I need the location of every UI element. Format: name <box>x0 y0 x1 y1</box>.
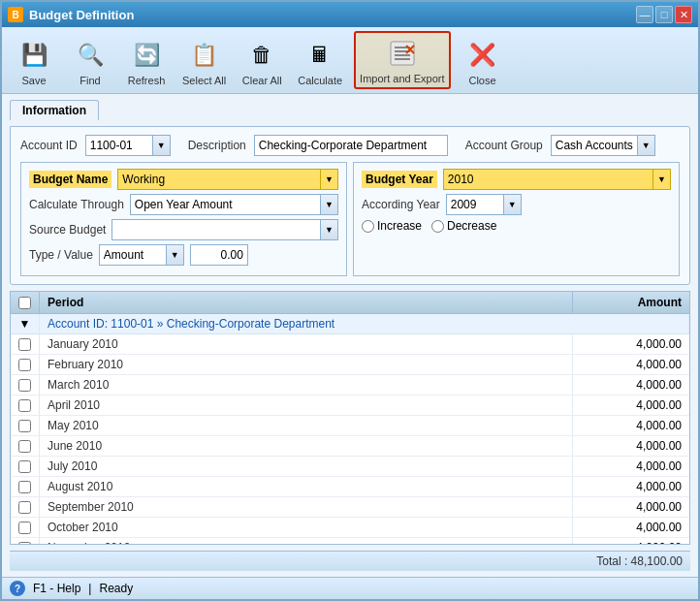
clear-all-label: Clear All <box>242 75 282 86</box>
row-checkbox-cell[interactable] <box>11 375 40 395</box>
budget-name-input[interactable] <box>117 169 321 190</box>
source-budget-input[interactable] <box>111 219 321 240</box>
row-period-cell: July 2010 <box>40 457 573 476</box>
calc-through-input[interactable] <box>130 194 321 215</box>
refresh-label: Refresh <box>128 75 166 86</box>
account-row: Account ID ▼ Description Account Group ▼ <box>20 135 680 156</box>
budget-year-input[interactable] <box>443 169 653 190</box>
row-amount-cell: 4,000.00 <box>573 518 689 537</box>
group-expand-cell[interactable]: ▼ <box>11 314 40 333</box>
row-checkbox[interactable] <box>18 359 31 371</box>
account-id-input[interactable] <box>85 135 153 156</box>
calculate-button[interactable]: 🖩 Calculate <box>294 35 346 89</box>
increase-label: Increase <box>377 219 422 233</box>
type-field[interactable]: ▼ <box>99 244 184 266</box>
import-export-button[interactable]: Import and Export <box>354 31 450 89</box>
according-year-dropdown[interactable]: ▼ <box>504 194 522 215</box>
row-checkbox-cell[interactable] <box>11 436 40 456</box>
tab-bar: Information <box>10 100 690 120</box>
save-label: Save <box>21 75 46 86</box>
row-checkbox-cell[interactable] <box>11 538 40 544</box>
budget-year-dropdown[interactable]: ▼ <box>653 169 671 190</box>
row-checkbox-cell[interactable] <box>11 395 40 415</box>
clear-all-button[interactable]: 🗑 Clear All <box>238 35 286 89</box>
row-amount-cell: 4,000.00 <box>573 497 689 517</box>
row-checkbox[interactable] <box>18 460 31 473</box>
table-header: Period Amount <box>11 292 689 314</box>
row-checkbox[interactable] <box>18 379 31 392</box>
budget-name-label: Budget Name <box>29 171 111 188</box>
select-all-button[interactable]: 📋 Select All <box>178 35 230 89</box>
value-input[interactable] <box>190 244 248 266</box>
source-budget-dropdown[interactable]: ▼ <box>321 219 338 240</box>
close-button[interactable]: ❌ Close <box>459 35 507 89</box>
row-checkbox-cell[interactable] <box>11 477 40 496</box>
calc-through-dropdown[interactable]: ▼ <box>321 194 338 215</box>
table-body: ▼ Account ID: 1100-01 » Checking-Corpora… <box>11 314 689 544</box>
type-dropdown[interactable]: ▼ <box>167 244 184 266</box>
row-period-cell: February 2010 <box>40 355 573 374</box>
row-checkbox[interactable] <box>18 420 31 432</box>
according-year-row: According Year ▼ <box>362 194 671 215</box>
row-checkbox-cell[interactable] <box>11 355 40 374</box>
budget-grid: Budget Name ▼ Calculate Through ▼ <box>20 162 680 276</box>
table-row: May 2010 4,000.00 <box>11 416 689 436</box>
account-id-label: Account ID <box>20 139 78 152</box>
save-icon: 💾 <box>16 38 51 73</box>
row-checkbox-cell[interactable] <box>11 334 40 354</box>
row-checkbox[interactable] <box>18 481 31 493</box>
import-export-label: Import and Export <box>360 73 444 84</box>
increase-radio[interactable]: Increase <box>362 219 422 233</box>
select-all-label: Select All <box>182 75 226 86</box>
save-button[interactable]: 💾 Save <box>10 35 58 89</box>
collapse-icon: ▼ <box>19 317 31 331</box>
account-group-field[interactable]: ▼ <box>551 135 655 156</box>
maximize-button[interactable]: □ <box>655 6 673 23</box>
row-checkbox[interactable] <box>18 501 31 514</box>
row-checkbox-cell[interactable] <box>11 416 40 435</box>
decrease-radio[interactable]: Decrease <box>431 219 496 233</box>
tab-information[interactable]: Information <box>10 100 99 120</box>
select-all-checkbox[interactable] <box>18 297 31 309</box>
budget-table: Period Amount ▼ Account ID: 1100-01 » Ch… <box>10 291 690 545</box>
account-id-field[interactable]: ▼ <box>85 135 171 156</box>
budget-name-field[interactable]: ▼ <box>117 169 338 190</box>
refresh-button[interactable]: 🔄 Refresh <box>122 35 171 89</box>
row-amount-cell: 4,000.00 <box>573 334 689 354</box>
type-input[interactable] <box>99 244 167 266</box>
find-button[interactable]: 🔍 Find <box>66 35 114 89</box>
decrease-label: Decrease <box>447 219 496 233</box>
total-bar: Total : 48,100.00 <box>10 551 690 571</box>
account-id-dropdown[interactable]: ▼ <box>153 135 171 156</box>
according-year-input[interactable] <box>446 194 504 215</box>
row-checkbox-cell[interactable] <box>11 457 40 476</box>
source-budget-row: Source Budget ▼ <box>29 219 338 240</box>
calc-through-field[interactable]: ▼ <box>130 194 338 215</box>
description-input[interactable] <box>254 135 448 156</box>
row-checkbox[interactable] <box>18 522 31 534</box>
budget-name-dropdown[interactable]: ▼ <box>321 169 338 190</box>
row-checkbox-cell[interactable] <box>11 497 40 517</box>
table-rows-container: January 2010 4,000.00 February 2010 4,00… <box>11 334 689 544</box>
row-checkbox[interactable] <box>18 399 31 412</box>
table-row: July 2010 4,000.00 <box>11 457 689 477</box>
according-year-field[interactable]: ▼ <box>446 194 522 215</box>
row-checkbox[interactable] <box>18 542 31 545</box>
group-label-cell: Account ID: 1100-01 » Checking-Corporate… <box>40 314 689 333</box>
minimize-button[interactable]: — <box>636 6 653 23</box>
budget-year-field[interactable]: ▼ <box>443 169 671 190</box>
table-row: September 2010 4,000.00 <box>11 497 689 518</box>
description-label: Description <box>188 139 246 152</box>
info-panel: Account ID ▼ Description Account Group ▼ <box>10 126 690 285</box>
according-year-label: According Year <box>362 198 440 211</box>
row-checkbox[interactable] <box>18 338 31 351</box>
window-close-button[interactable]: ✕ <box>675 6 692 23</box>
row-checkbox-cell[interactable] <box>11 518 40 537</box>
svg-rect-0 <box>391 42 414 65</box>
account-group-label: Account Group <box>465 139 543 152</box>
toolbar: 💾 Save 🔍 Find 🔄 Refresh 📋 Select All 🗑 C… <box>2 27 698 94</box>
account-group-input[interactable] <box>551 135 638 156</box>
row-checkbox[interactable] <box>18 440 31 453</box>
account-group-dropdown[interactable]: ▼ <box>638 135 655 156</box>
source-budget-field[interactable]: ▼ <box>111 219 338 240</box>
